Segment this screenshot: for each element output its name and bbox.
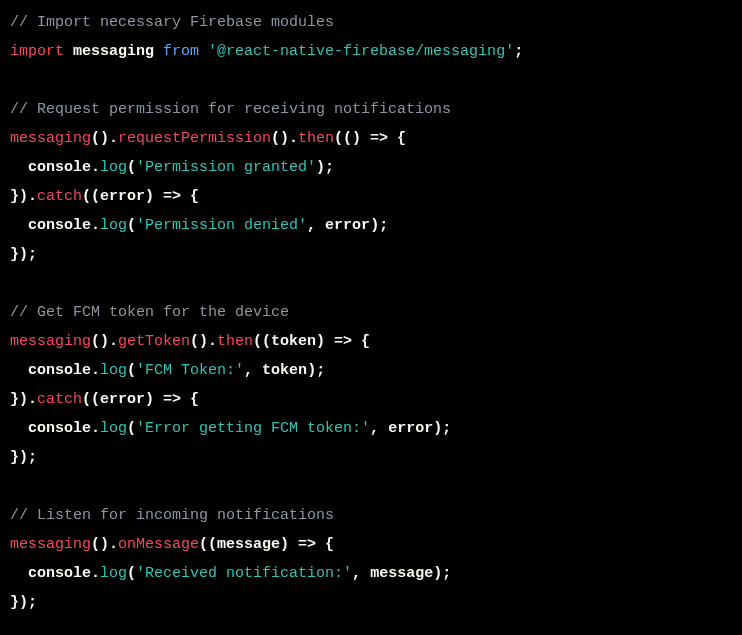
method-log: log [100, 362, 127, 379]
punct: , [370, 420, 388, 437]
punct: ( [127, 565, 136, 582]
fn-call: messaging [10, 536, 91, 553]
punct: ) => { [316, 333, 370, 350]
punct: }); [10, 449, 37, 466]
ident: error [100, 188, 145, 205]
punct: . [91, 362, 100, 379]
punct: (). [271, 130, 298, 147]
method-log: log [100, 420, 127, 437]
punct: (( [82, 391, 100, 408]
fn-call: messaging [10, 333, 91, 350]
fn-call: catch [37, 391, 82, 408]
ident: error [100, 391, 145, 408]
punct: ); [307, 362, 325, 379]
fn-call: messaging [10, 130, 91, 147]
punct: (). [190, 333, 217, 350]
method-log: log [100, 159, 127, 176]
punct: ); [433, 420, 451, 437]
ident: message [370, 565, 433, 582]
ident: message [217, 536, 280, 553]
punct: (). [91, 130, 118, 147]
ident: error [388, 420, 433, 437]
punct: . [91, 420, 100, 437]
comment: // Listen for incoming notifications [10, 507, 334, 524]
ident: console [10, 420, 91, 437]
string: 'FCM Token:' [136, 362, 244, 379]
punct: (). [91, 333, 118, 350]
punct: (() => { [334, 130, 406, 147]
comment: // Import necessary Firebase modules [10, 14, 334, 31]
comment: // Request permission for receiving noti… [10, 101, 451, 118]
ident: error [325, 217, 370, 234]
punct: ( [127, 159, 136, 176]
code-block: // Import necessary Firebase modules imp… [0, 0, 742, 625]
punct: , [307, 217, 325, 234]
punct: ( [127, 362, 136, 379]
ident: console [10, 565, 91, 582]
punct: }). [10, 391, 37, 408]
fn-call: then [298, 130, 334, 147]
method-log: log [100, 565, 127, 582]
punct: . [91, 159, 100, 176]
fn-call: getToken [118, 333, 190, 350]
punct: ); [370, 217, 388, 234]
kw-import: import [10, 43, 64, 60]
punct: ) => { [280, 536, 334, 553]
punct: (( [199, 536, 217, 553]
punct: (( [82, 188, 100, 205]
punct: (). [91, 536, 118, 553]
fn-call: onMessage [118, 536, 199, 553]
punct: ); [316, 159, 334, 176]
punct: ( [127, 420, 136, 437]
fn-call: then [217, 333, 253, 350]
punct: }). [10, 188, 37, 205]
kw-from: from [163, 43, 199, 60]
fn-call: requestPermission [118, 130, 271, 147]
string: 'Error getting FCM token:' [136, 420, 370, 437]
string: '@react-native-firebase/messaging' [208, 43, 514, 60]
space [199, 43, 208, 60]
ident: console [10, 159, 91, 176]
fn-call: catch [37, 188, 82, 205]
punct: }); [10, 246, 37, 263]
punct: . [91, 217, 100, 234]
string: 'Received notification:' [136, 565, 352, 582]
punct: }); [10, 594, 37, 611]
ident: console [10, 362, 91, 379]
ident: messaging [64, 43, 163, 60]
ident: token [271, 333, 316, 350]
punct: ) => { [145, 188, 199, 205]
punct: ) => { [145, 391, 199, 408]
ident: console [10, 217, 91, 234]
punct: ; [514, 43, 523, 60]
punct: (( [253, 333, 271, 350]
comment: // Get FCM token for the device [10, 304, 289, 321]
ident: token [262, 362, 307, 379]
punct: . [91, 565, 100, 582]
string: 'Permission granted' [136, 159, 316, 176]
punct: , [244, 362, 262, 379]
method-log: log [100, 217, 127, 234]
string: 'Permission denied' [136, 217, 307, 234]
punct: ( [127, 217, 136, 234]
punct: , [352, 565, 370, 582]
punct: ); [433, 565, 451, 582]
